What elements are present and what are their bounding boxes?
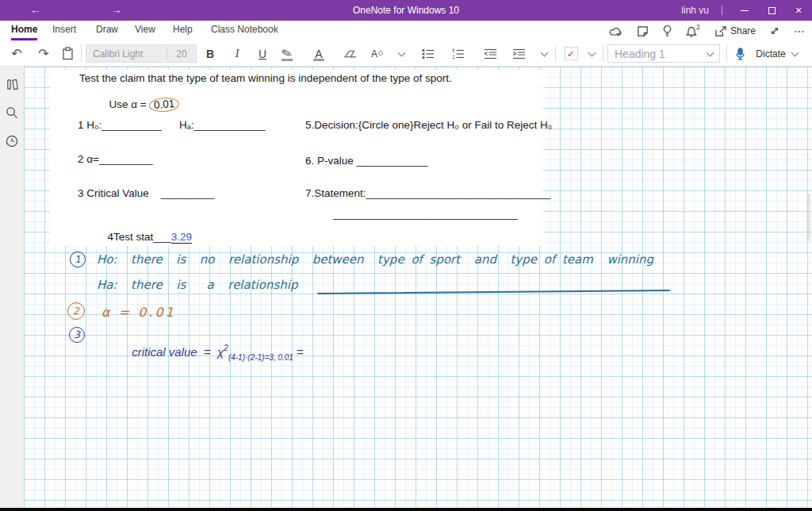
redo-icon[interactable]: ↷ xyxy=(33,41,54,66)
maximize-icon xyxy=(768,7,776,14)
font-color-icon[interactable]: A xyxy=(308,41,330,66)
notifications-bell-icon[interactable]: 2 xyxy=(686,25,701,37)
left-sidebar xyxy=(0,67,24,508)
bold-button[interactable]: B xyxy=(200,41,220,66)
style-dropdown-value: Heading 1 xyxy=(608,48,707,60)
home-ribbon-toolbar: ↶ ↷ Calibri Light 20 B I U ✎ A xyxy=(0,41,812,67)
lightbulb-icon[interactable] xyxy=(662,25,672,37)
q7-statement: 7.Statement:____________________________… xyxy=(305,187,550,199)
q6-pvalue: 6. P-value ____________ xyxy=(305,155,428,167)
notifications-badge: 2 xyxy=(696,23,700,31)
q5-decision: 5.Decision:{Circle one}Reject H₀ or Fail… xyxy=(305,119,552,131)
q2-alpha: 2 α=_________ xyxy=(78,153,153,165)
dictate-chevron-icon[interactable] xyxy=(787,41,802,66)
screen-bottom-edge xyxy=(0,508,812,511)
clear-formatting-icon[interactable]: A xyxy=(366,41,389,66)
ink-alpha-value: α = 0.01 xyxy=(102,305,176,320)
fullscreen-icon[interactable] xyxy=(769,25,780,36)
worksheet-image: Test the claim that the type of team win… xyxy=(50,70,543,246)
q4-blank: ___ xyxy=(153,231,171,243)
bullet-list-icon[interactable] xyxy=(417,41,439,66)
share-button[interactable]: Share xyxy=(714,25,756,37)
ink-critical-value-suffix: = xyxy=(293,345,304,359)
share-label: Share xyxy=(730,25,756,36)
ink-critical-value: critical value = χ2(4-1)·(2-1)=3, 0.01 = xyxy=(102,329,304,376)
close-icon: × xyxy=(795,5,802,16)
ink-chi-exponent: 2 xyxy=(224,344,228,352)
q4-test-stat: 4Test stat___3.29 xyxy=(78,219,192,255)
notebooks-icon[interactable] xyxy=(0,73,24,95)
font-size-select[interactable]: 20 xyxy=(167,48,196,60)
onenote-window: ← → OneNote for Windows 10 linh vu | × H… xyxy=(0,0,812,511)
style-chevron-icon xyxy=(707,48,714,56)
q7-statement-line2: _______________________________ xyxy=(333,208,518,220)
more-options-icon[interactable]: ⋯ xyxy=(794,25,806,37)
ink-hypotheses-line1: Ho: there is no relationship between typ… xyxy=(97,252,653,267)
increase-indent-icon[interactable] xyxy=(508,41,530,66)
minimize-button[interactable] xyxy=(731,0,758,21)
style-dropdown[interactable]: Heading 1 xyxy=(607,44,720,63)
ink-item2-number: 2 xyxy=(67,302,85,320)
tab-class-notebook[interactable]: Class Notebook xyxy=(211,24,278,38)
tag-chevron-icon[interactable] xyxy=(584,41,599,66)
q3-critical-value: 3 Critical Value _________ xyxy=(78,187,214,199)
decrease-indent-icon[interactable] xyxy=(479,41,501,66)
account-name[interactable]: linh vu xyxy=(681,5,709,16)
font-name-select[interactable]: Calibri Light xyxy=(86,48,167,60)
ink-hypotheses-line2: Ha: there is a relationship xyxy=(97,278,297,292)
sync-status-icon[interactable] xyxy=(609,25,623,37)
minimize-icon xyxy=(741,10,749,11)
tab-draw[interactable]: Draw xyxy=(96,24,118,38)
paragraph-group-chevron-icon[interactable] xyxy=(536,41,552,66)
recent-notes-icon[interactable] xyxy=(0,130,24,152)
ribbon-tab-bar: Home Insert Draw View Help Class Noteboo… xyxy=(0,21,812,41)
ink-chi-subscript: (4-1)·(2-1)=3, 0.01 xyxy=(228,353,293,362)
paste-icon[interactable] xyxy=(57,41,78,66)
tab-help[interactable]: Help xyxy=(173,24,193,38)
ink-underline-stroke xyxy=(317,290,670,294)
vertical-scrollbar[interactable] xyxy=(806,194,810,241)
alpha-line: Use α = 0.01 xyxy=(79,86,180,124)
eraser-icon[interactable] xyxy=(339,41,362,66)
font-name-size-group: Calibri Light 20 xyxy=(86,44,197,63)
q4-label: 4Test stat xyxy=(108,231,154,243)
sticky-notes-icon[interactable] xyxy=(637,25,649,37)
todo-tag-checkbox[interactable]: ✓ xyxy=(560,41,582,66)
title-bar: ← → OneNote for Windows 10 linh vu | × xyxy=(0,0,812,21)
search-icon[interactable] xyxy=(0,102,24,124)
app-body: Test the claim that the type of team win… xyxy=(0,67,812,508)
worksheet-title: Test the claim that the type of team win… xyxy=(79,72,452,84)
alpha-prefix: Use α = xyxy=(109,98,150,110)
alpha-value-circled: 0.01 xyxy=(149,97,180,113)
maximize-button[interactable] xyxy=(758,0,785,21)
close-button[interactable]: × xyxy=(785,0,812,21)
q4-test-stat-value: 3.29 xyxy=(171,231,192,244)
underline-button[interactable]: U xyxy=(252,41,273,66)
highlighter-icon[interactable]: ✎ xyxy=(276,41,298,66)
tab-home[interactable]: Home xyxy=(11,24,37,40)
dictate-label[interactable]: Dictate xyxy=(753,41,788,66)
q1-hypotheses: 1 H₀:__________ Hₐ:____________ xyxy=(78,119,266,131)
dictate-mic-icon[interactable] xyxy=(731,41,749,66)
ink-critical-value-prefix: critical value = χ xyxy=(132,345,224,359)
font-group-chevron-icon[interactable] xyxy=(393,41,409,66)
tab-view[interactable]: View xyxy=(135,24,155,38)
page-canvas[interactable]: Test the claim that the type of team win… xyxy=(24,67,812,508)
tab-insert[interactable]: Insert xyxy=(52,24,76,38)
undo-icon[interactable]: ↶ xyxy=(6,41,27,66)
titlebar-divider: | xyxy=(721,4,723,15)
numbered-list-icon[interactable] xyxy=(447,41,469,66)
italic-button[interactable]: I xyxy=(227,41,247,66)
ink-item3-number: 3 xyxy=(69,327,85,343)
